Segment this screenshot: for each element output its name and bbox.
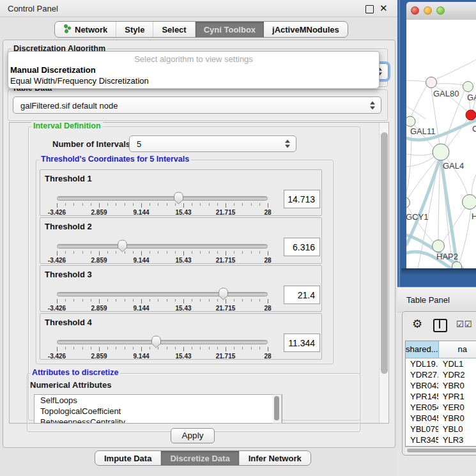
scrollbar-thumb[interactable]: [274, 396, 279, 420]
float-window-icon[interactable]: [365, 5, 374, 13]
slider-tick: [268, 203, 268, 208]
cell-shared-name[interactable]: YBR045C: [406, 413, 438, 424]
apply-button[interactable]: Apply: [171, 428, 215, 443]
cell-name[interactable]: YLR3: [438, 434, 476, 445]
tab-jactivemnodules[interactable]: jActiveMNodules: [264, 22, 348, 37]
network-edge[interactable]: [438, 162, 440, 240]
close-traffic-light-icon[interactable]: [411, 6, 419, 15]
table-row[interactable]: YBR045CYBR0: [406, 413, 476, 424]
threshold-value-field[interactable]: 6.316: [284, 238, 320, 256]
tab-discretize-data[interactable]: Discretize Data: [161, 451, 239, 465]
network-node-GAL-top-right[interactable]: [463, 82, 473, 92]
threshold-slider[interactable]: -3.4262.8599.14415.4321.71528: [40, 332, 323, 360]
tab-style[interactable]: Style: [116, 22, 153, 37]
cell-shared-name[interactable]: YPR145W: [406, 391, 438, 402]
network-window-titlebar[interactable]: [406, 2, 476, 20]
network-node-HAP2[interactable]: [433, 240, 445, 252]
table-row[interactable]: YLR345WYLR3: [406, 434, 476, 445]
network-node-H-node[interactable]: [463, 195, 476, 210]
checkbox-columns-icon[interactable]: ☑☑: [456, 319, 472, 329]
network-node-red-node[interactable]: [466, 110, 476, 120]
cell-name[interactable]: YDL1: [438, 358, 476, 369]
threshold-slider[interactable]: -3.4262.8599.14415.4321.71528: [40, 284, 323, 312]
table-row[interactable]: YDL19...YDL1: [406, 358, 476, 369]
slider-track[interactable]: [57, 340, 268, 344]
vertical-scrollbar[interactable]: [379, 123, 389, 423]
network-edge[interactable]: [459, 210, 471, 263]
network-node-GAL80[interactable]: [426, 77, 437, 88]
column-header-shared-name[interactable]: shared...: [406, 341, 439, 358]
slider-tick: [73, 347, 74, 349]
network-edge[interactable]: [436, 59, 476, 79]
table-data-combobox[interactable]: galFiltered.sif default node: [13, 96, 381, 114]
slider-track[interactable]: [57, 244, 268, 249]
network-view-canvas[interactable]: GAL80GACGAL11GAL4GCY1HHAP2: [406, 20, 476, 268]
cell-shared-name[interactable]: YLR345W: [406, 434, 438, 445]
network-node-GCY1[interactable]: [406, 197, 410, 208]
slider-track[interactable]: [57, 196, 268, 201]
attribute-list-item[interactable]: BetweennessCentrality: [35, 417, 282, 424]
threshold-slider[interactable]: -3.4262.8599.14415.4321.71528: [40, 188, 323, 217]
network-edge[interactable]: [406, 162, 439, 245]
network-edge[interactable]: [406, 81, 426, 82]
split-panel-icon[interactable]: [433, 319, 447, 332]
threshold-value-field[interactable]: 14.713: [284, 190, 320, 208]
tab-infer-network[interactable]: Infer Network: [240, 451, 311, 465]
scrollbar-thumb[interactable]: [381, 132, 388, 374]
table-row[interactable]: YPR145WYPR1: [406, 391, 476, 402]
cell-shared-name[interactable]: YER054C: [406, 402, 438, 413]
popup-item-manual-discretization[interactable]: Manual Discretization: [10, 65, 96, 75]
cell-shared-name[interactable]: YDR27...: [406, 369, 438, 380]
tab-select[interactable]: Select: [153, 22, 195, 37]
zoom-traffic-light-icon[interactable]: [436, 6, 445, 15]
tab-impute-data[interactable]: Impute Data: [95, 451, 161, 465]
slider-tick-label: 15.43: [175, 209, 191, 216]
slider-thumb[interactable]: [218, 288, 229, 300]
scrollbar-thumb[interactable]: [407, 449, 476, 452]
network-edge[interactable]: [436, 84, 463, 85]
horizontal-scrollbar[interactable]: [405, 447, 476, 454]
network-edge[interactable]: [472, 173, 476, 196]
cell-name[interactable]: YER0: [438, 402, 476, 413]
cell-shared-name[interactable]: YDL19...: [406, 358, 438, 369]
cell-name[interactable]: YBR0: [438, 380, 476, 391]
table-row[interactable]: YBL079WYBL0: [406, 424, 476, 434]
table-row[interactable]: YBR043CYBR0: [406, 380, 476, 391]
cell-shared-name[interactable]: YBL079W: [406, 424, 438, 434]
network-node-GAL11[interactable]: [406, 116, 415, 127]
attribute-list-item[interactable]: TopologicalCoefficient: [35, 406, 282, 417]
number-of-intervals-combobox[interactable]: 5: [129, 135, 296, 152]
popup-item-equal-width-frequency[interactable]: Equal Width/Frequency Discretization: [10, 76, 149, 86]
slider-tick: [167, 347, 167, 349]
table-row[interactable]: YER054CYER0: [406, 402, 476, 413]
minimize-traffic-light-icon[interactable]: [424, 6, 432, 15]
attribute-list-item[interactable]: SelfLoops: [35, 395, 282, 406]
cell-name[interactable]: YBL0: [438, 424, 476, 434]
threshold-value-field[interactable]: 11.344: [284, 334, 320, 352]
threshold-value-field[interactable]: 21.4: [284, 286, 320, 304]
gear-icon[interactable]: ⚙: [412, 317, 422, 331]
network-edge[interactable]: [447, 119, 468, 147]
close-icon[interactable]: ✕: [380, 3, 388, 14]
cell-name[interactable]: YPR1: [438, 391, 476, 402]
network-edge[interactable]: [406, 153, 433, 155]
network-edge[interactable]: [406, 127, 411, 192]
network-edge[interactable]: [411, 86, 427, 116]
slider-thumb[interactable]: [151, 335, 162, 348]
tab-network[interactable]: Network: [55, 22, 116, 37]
slider-thumb[interactable]: [117, 240, 128, 252]
column-header-name[interactable]: na: [439, 341, 476, 358]
attributes-list-scrollbar[interactable]: [273, 394, 282, 424]
cell-name[interactable]: YBR0: [438, 413, 476, 424]
cell-shared-name[interactable]: YBR043C: [406, 380, 438, 391]
network-node-GAL4[interactable]: [433, 144, 449, 160]
network-node-bottom-node[interactable]: [452, 262, 462, 269]
cell-name[interactable]: YDR2: [438, 369, 476, 380]
table-row[interactable]: YDR27...YDR2: [406, 369, 476, 380]
threshold-slider[interactable]: -3.4262.8599.14415.4321.71528: [40, 236, 323, 265]
tab-cyni-toolbox[interactable]: Cyni Toolbox: [196, 22, 264, 37]
slider-tick: [133, 203, 134, 206]
slider-thumb[interactable]: [173, 192, 184, 204]
numerical-attributes-list[interactable]: SelfLoopsTopologicalCoefficientBetweenne…: [34, 394, 282, 424]
slider-track[interactable]: [57, 292, 268, 296]
